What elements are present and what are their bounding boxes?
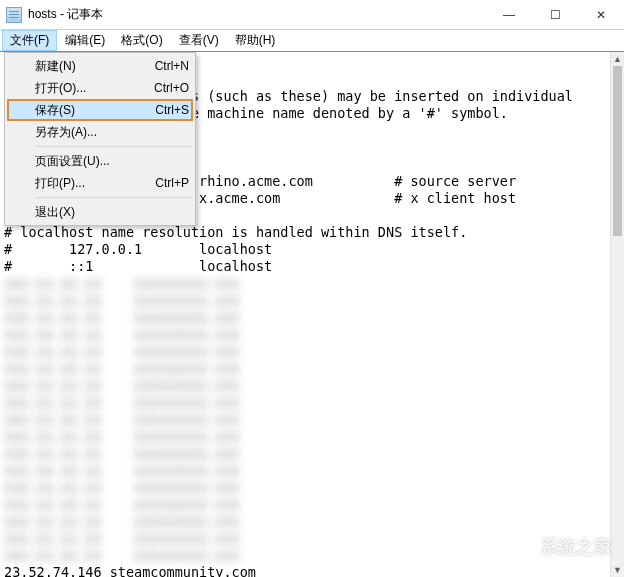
close-button[interactable]: ✕ xyxy=(578,0,624,30)
menubar: 文件(F) 编辑(E) 格式(O) 查看(V) 帮助(H) xyxy=(0,30,624,52)
window-title: hosts - 记事本 xyxy=(28,6,103,23)
menu-item-label: 保存(S) xyxy=(35,102,135,119)
scroll-up-icon[interactable]: ▲ xyxy=(611,52,624,66)
menu-item-new[interactable]: 新建(N) Ctrl+N xyxy=(7,55,193,77)
menu-item-open[interactable]: 打开(O)... Ctrl+O xyxy=(7,77,193,99)
menu-item-exit[interactable]: 退出(X) xyxy=(7,201,193,223)
hosts-entry: 23.52.74.146 steamcommunity.com xyxy=(4,564,256,577)
menu-item-print[interactable]: 打印(P)... Ctrl+P xyxy=(7,172,193,194)
title-left: hosts - 记事本 xyxy=(0,6,103,23)
menu-separator xyxy=(35,146,192,147)
notepad-icon xyxy=(6,7,22,23)
menu-item-label: 打印(P)... xyxy=(35,175,135,192)
content-line: # 127.0.0.1 localhost xyxy=(4,241,272,257)
window-controls: — ☐ ✕ xyxy=(486,0,624,30)
scroll-down-icon[interactable]: ▼ xyxy=(611,563,624,577)
menu-separator xyxy=(35,197,192,198)
menu-item-shortcut: Ctrl+P xyxy=(155,176,189,190)
menu-item-label: 页面设置(U)... xyxy=(35,153,169,170)
menu-help[interactable]: 帮助(H) xyxy=(227,30,284,51)
menu-edit[interactable]: 编辑(E) xyxy=(57,30,113,51)
file-menu-dropdown: 新建(N) Ctrl+N 打开(O)... Ctrl+O 保存(S) Ctrl+… xyxy=(4,52,196,226)
menu-file[interactable]: 文件(F) xyxy=(2,30,57,51)
blurred-content: xxx.xx.xx.xx xxxxxxxxx.xxx xxx.xx.xx.xx … xyxy=(4,275,240,563)
menu-item-label: 退出(X) xyxy=(35,204,169,221)
menu-item-saveas[interactable]: 另存为(A)... xyxy=(7,121,193,143)
menu-item-shortcut: Ctrl+O xyxy=(154,81,189,95)
menu-view[interactable]: 查看(V) xyxy=(171,30,227,51)
vertical-scrollbar[interactable]: ▲ ▼ xyxy=(610,52,624,577)
content-line: # localhost name resolution is handled w… xyxy=(4,224,467,240)
scroll-thumb[interactable] xyxy=(613,66,622,236)
menu-item-save[interactable]: 保存(S) Ctrl+S xyxy=(7,99,193,121)
menu-item-shortcut: Ctrl+N xyxy=(155,59,189,73)
menu-item-pagesetup[interactable]: 页面设置(U)... xyxy=(7,150,193,172)
menu-item-label: 新建(N) xyxy=(35,58,135,75)
menu-format[interactable]: 格式(O) xyxy=(113,30,170,51)
menu-item-label: 打开(O)... xyxy=(35,80,134,97)
minimize-button[interactable]: — xyxy=(486,0,532,30)
menu-item-shortcut: Ctrl+S xyxy=(155,103,189,117)
maximize-button[interactable]: ☐ xyxy=(532,0,578,30)
menu-item-label: 另存为(A)... xyxy=(35,124,169,141)
titlebar: hosts - 记事本 — ☐ ✕ xyxy=(0,0,624,30)
content-line: # ::1 localhost xyxy=(4,258,272,274)
